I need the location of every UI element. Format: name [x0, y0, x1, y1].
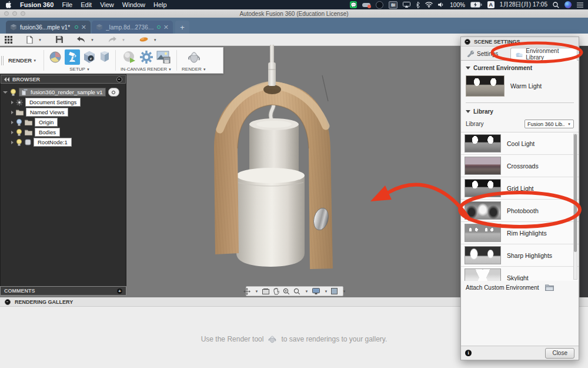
- appearance-icon[interactable]: [49, 51, 62, 64]
- expander-icon[interactable]: [11, 121, 14, 124]
- environment-item-sharp-highlights[interactable]: Sharp Highlights: [461, 244, 579, 267]
- cloud-status-icon[interactable]: [362, 2, 370, 8]
- app-grid-icon[interactable]: [5, 36, 12, 44]
- menubar-clock[interactable]: 1月28日(月) 17:05: [500, 1, 547, 9]
- attach-custom-environment-row[interactable]: Attach Custom Environment: [461, 281, 579, 294]
- spotlight-search-icon[interactable]: [553, 1, 559, 8]
- tree-item-label[interactable]: Origin: [35, 118, 58, 127]
- document-tab-inactive[interactable]: _lamp.8d...2736 v1* ✕: [92, 21, 173, 34]
- scene-settings-icon[interactable]: [65, 49, 80, 65]
- panel-options-icon[interactable]: [116, 77, 122, 82]
- panel-options-icon[interactable]: [5, 299, 11, 305]
- battery-icon[interactable]: [470, 1, 482, 8]
- notification-center-icon[interactable]: [577, 1, 583, 8]
- close-button[interactable]: Close: [545, 348, 574, 359]
- chevron-down-icon[interactable]: [341, 286, 346, 297]
- traffic-lights[interactable]: [4, 11, 25, 16]
- close-tab-icon[interactable]: ✕: [81, 24, 86, 31]
- add-comment-icon[interactable]: +: [117, 289, 122, 294]
- menubar-app-name[interactable]: Fusion 360: [20, 1, 54, 8]
- texture-map-controls-icon[interactable]: [99, 51, 111, 64]
- bulb-icon[interactable]: [10, 89, 16, 96]
- close-tab-icon[interactable]: ✕: [163, 24, 169, 31]
- menu-file[interactable]: File: [62, 1, 72, 8]
- tree-row-rootnode[interactable]: RootNode:1: [3, 137, 126, 147]
- render-group-label[interactable]: RENDER: [182, 67, 202, 72]
- panel-options-icon[interactable]: [465, 39, 470, 45]
- library-section-header[interactable]: Library: [461, 104, 579, 117]
- setup-group-label[interactable]: SETUP: [69, 67, 85, 72]
- siri-icon[interactable]: [564, 1, 572, 8]
- browser-header[interactable]: BROWSER: [1, 75, 126, 84]
- airplay-icon[interactable]: [403, 1, 410, 8]
- tree-row-named-views[interactable]: Named Views: [3, 107, 126, 117]
- bulb-icon[interactable]: [16, 139, 22, 146]
- input-source-icon[interactable]: A: [487, 1, 495, 8]
- tree-item-label[interactable]: Named Views: [26, 108, 68, 117]
- environment-item-cool-light[interactable]: Cool Light: [461, 132, 579, 155]
- apple-menu-icon[interactable]: [6, 1, 12, 8]
- scrollbar-thumb[interactable]: [574, 134, 577, 252]
- viewport-layout-icon[interactable]: [331, 288, 338, 294]
- tab-environment-library[interactable]: Environment Library: [510, 48, 577, 61]
- environment-item-grid-light[interactable]: Grid Light: [461, 177, 579, 200]
- tree-item-label[interactable]: Document Settings: [25, 98, 81, 107]
- current-environment-section-header[interactable]: Current Environment: [461, 61, 579, 74]
- display-settings-icon[interactable]: [312, 288, 320, 294]
- in-canvas-render-group-label[interactable]: IN-CANVAS RENDER: [121, 67, 167, 72]
- tree-row-bodies[interactable]: Bodies: [3, 127, 126, 137]
- collapse-panel-icon[interactable]: [4, 77, 9, 82]
- expander-icon[interactable]: [11, 101, 14, 104]
- tree-item-label[interactable]: Bodies: [35, 128, 60, 137]
- environment-item-skylight[interactable]: Skylight: [461, 267, 579, 281]
- minimize-window-button[interactable]: [12, 11, 17, 16]
- section-collapse-icon[interactable]: [466, 110, 470, 113]
- volume-icon[interactable]: [438, 1, 445, 8]
- decal-icon[interactable]: e: [83, 51, 96, 64]
- line-app-icon[interactable]: 💬: [350, 1, 357, 8]
- pan-icon[interactable]: [273, 288, 279, 295]
- environment-list-scrollbar[interactable]: [573, 134, 577, 280]
- toolbar-grip[interactable]: [0, 48, 5, 73]
- comments-bar[interactable]: COMMENTS +: [0, 286, 126, 296]
- expander-icon[interactable]: [11, 131, 14, 134]
- zoom-window-button[interactable]: [21, 11, 25, 16]
- close-window-button[interactable]: [4, 11, 9, 16]
- environment-item-crossroads[interactable]: Crossroads: [461, 155, 579, 177]
- save-icon[interactable]: [56, 36, 63, 43]
- library-dropdown[interactable]: Fusion 360 Lib...: [524, 120, 574, 128]
- capture-image-icon[interactable]: [156, 51, 171, 64]
- bulb-icon[interactable]: [16, 119, 22, 126]
- bluetooth-icon[interactable]: [416, 1, 420, 8]
- tab-settings[interactable]: Settings: [462, 48, 503, 60]
- chevron-down-icon[interactable]: [323, 286, 328, 297]
- document-tab-active[interactable]: fusion36...mple v1* ✕: [6, 21, 91, 34]
- in-canvas-render-icon[interactable]: [122, 50, 136, 64]
- menu-window[interactable]: Window: [122, 1, 145, 8]
- scene-settings-header[interactable]: SCENE SETTINGS: [461, 37, 579, 47]
- expander-icon[interactable]: [11, 111, 14, 114]
- tree-row-root[interactable]: fusion360_render_sample v1: [3, 87, 126, 97]
- environment-item-rim-highlights[interactable]: Rim Highlights: [461, 222, 579, 244]
- environment-item-photobooth[interactable]: Photobooth: [461, 200, 579, 222]
- tree-item-label[interactable]: RootNode:1: [34, 138, 72, 147]
- zoom-icon[interactable]: [293, 288, 300, 295]
- render-settings-gear-icon[interactable]: [139, 50, 153, 64]
- chevron-down-icon[interactable]: [37, 34, 42, 45]
- undo-icon[interactable]: [77, 37, 85, 42]
- bulb-icon[interactable]: [16, 129, 22, 136]
- file-menu-icon[interactable]: [26, 36, 33, 44]
- section-collapse-icon[interactable]: [466, 67, 470, 69]
- folder-browse-icon[interactable]: [545, 284, 554, 291]
- chevron-down-icon[interactable]: [254, 286, 259, 297]
- status-dot-icon[interactable]: [376, 1, 383, 9]
- tree-row-document-settings[interactable]: Document Settings: [3, 97, 126, 107]
- zoom-window-icon[interactable]: [283, 288, 290, 295]
- menu-view[interactable]: View: [100, 1, 114, 8]
- workspace-selector[interactable]: RENDER: [5, 48, 44, 73]
- menu-help[interactable]: Help: [153, 1, 167, 8]
- expander-icon[interactable]: [11, 141, 14, 144]
- chevron-down-icon[interactable]: [304, 286, 309, 297]
- orbit-icon[interactable]: [243, 288, 250, 295]
- measure-tool-icon[interactable]: [139, 37, 148, 42]
